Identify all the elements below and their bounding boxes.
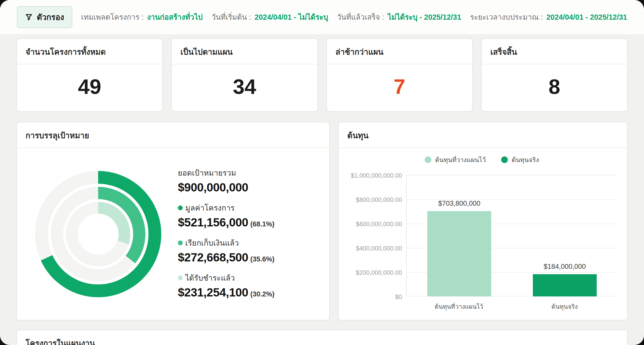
stat-card-value: 34 [172,64,317,111]
dashboard-page: ตัวกรอง เทมเพลตโครงการ : งานก่อสร้างทั่ว… [0,0,644,345]
goal-legend: ยอดเป้าหมายรวม $900,000,000 มูลค่าโครงกา… [178,167,274,299]
filter-label: เทมเพลตโครงการ : [81,11,144,23]
y-axis-labels: $1,000,000,000.00 $800,000,000.00 $600,0… [346,175,402,296]
goal-legend-percent: (30.2%) [250,290,274,298]
goal-card-title: การบรรลุเป้าหมาย [17,122,329,148]
filter-label: ระยะเวลางบประมาณ : [470,11,543,23]
cost-card-content: ต้นทุนที่วางแผนไว้ ต้นทุนจริง $1,000,000… [339,148,627,320]
filter-value: งานก่อสร้างทั่วไป [147,11,203,23]
x-axis-labels: ต้นทุนที่วางแผนไว้ ต้นทุนจริง [406,302,617,312]
goal-card-content: ยอดเป้าหมายรวม $900,000,000 มูลค่าโครงกา… [17,148,329,320]
plot-area: $703,800,000 $184,000,000 [406,175,617,296]
cost-card: ต้นทุน ต้นทุนที่วางแผนไว้ ต้นทุนจริง [338,122,628,320]
x-tick-actual: ต้นทุนจริง [512,302,618,312]
goal-legend-label: ได้รับชำระแล้ว [185,272,235,284]
x-tick-planned: ต้นทุนที่วางแผนไว้ [406,302,512,312]
funnel-icon [25,13,33,21]
goal-legend-label: เรียกเก็บเงินแล้ว [185,237,239,249]
y-tick: $0 [395,293,402,301]
bar-actual-cost[interactable] [533,274,597,296]
filter-value: 2024/04/01 - 2025/12/31 [546,13,627,21]
filter-value: 2024/04/01 - ไม่ได้ระบุ [255,11,328,23]
stat-card-value: 8 [482,64,627,111]
cost-legend-label: ต้นทุนจริง [512,155,539,165]
goal-legend-item-paid: ได้รับชำระแล้ว $231,254,100(30.2%) [178,272,274,299]
stat-card-value: 49 [17,64,162,111]
cost-card-title: ต้นทุน [339,122,627,148]
cost-bar-chart: $1,000,000,000.00 $800,000,000.00 $600,0… [346,175,617,312]
filter-button[interactable]: ตัวกรอง [17,6,72,28]
goal-legend-value: $231,254,100 [178,286,248,299]
filter-button-label: ตัวกรอง [37,11,64,24]
legend-dot-icon [178,275,183,280]
goal-legend-item-invoiced: เรียกเก็บเงินแล้ว $272,668,500(35.6%) [178,237,274,264]
filter-item-start-date: วันที่เริ่มต้น : 2024/04/01 - ไม่ได้ระบุ [212,11,328,23]
bar-value-label: $184,000,000 [512,263,618,271]
cost-legend-item-planned[interactable]: ต้นทุนที่วางแผนไว้ [425,155,486,165]
legend-dot-icon [425,156,431,163]
goal-achievement-card: การบรรลุเป้าหมาย [16,122,330,320]
goal-donut-chart [34,170,162,298]
goal-total-block: ยอดเป้าหมายรวม $900,000,000 [178,167,274,194]
charts-row: การบรรลุเป้าหมาย [16,122,628,320]
goal-legend-percent: (35.6%) [250,255,274,263]
dashboard-content: จำนวนโครงการทั้งหมด 49 เป็นไปตามแผน 34 ล… [0,34,644,345]
y-tick: $600,000,000.00 [356,221,402,228]
y-tick: $800,000,000.00 [356,196,402,203]
y-tick: $400,000,000.00 [356,245,402,252]
legend-dot-icon [178,205,183,210]
goal-legend-percent: (68.1%) [250,220,274,228]
projects-in-plan-card: โครงการในแผนงาน 101 [16,330,628,345]
goal-legend-item-project-value: มูลค่าโครงการ $521,156,000(68.1%) [178,202,274,229]
cost-legend-item-actual[interactable]: ต้นทุนจริง [501,155,539,165]
y-tick: $200,000,000.00 [356,269,402,276]
cost-legend: ต้นทุนที่วางแผนไว้ ต้นทุนจริง [346,155,617,165]
stat-card-row: จำนวนโครงการทั้งหมด 49 เป็นไปตามแผน 34 ล… [16,38,628,112]
filter-label: วันที่แล้วเสร็จ : [337,11,384,23]
stat-card-title: เป็นไปตามแผน [172,39,317,64]
stat-card-total-projects: จำนวนโครงการทั้งหมด 49 [16,38,163,112]
stat-card-completed: เสร็จสิ้น 8 [481,38,628,112]
y-tick: $1,000,000,000.00 [351,172,402,179]
bar-planned-cost[interactable] [427,211,491,296]
filter-item-template: เทมเพลตโครงการ : งานก่อสร้างทั่วไป [81,11,203,23]
stat-card-on-plan: เป็นไปตามแผน 34 [171,38,318,112]
goal-legend-value: $272,668,500 [178,251,248,264]
cost-legend-label: ต้นทุนที่วางแผนไว้ [435,155,486,165]
legend-dot-icon [501,156,508,163]
stat-card-title: จำนวนโครงการทั้งหมด [17,39,162,64]
stat-card-delayed: ล่าช้ากว่าแผน 7 [326,38,473,112]
legend-dot-icon [178,240,183,245]
filter-item-finish-date: วันที่แล้วเสร็จ : ไม่ได้ระบุ - 2025/12/3… [337,11,461,23]
goal-total-value: $900,000,000 [178,180,274,194]
goal-legend-value: $521,156,000 [178,216,248,229]
stat-card-title: เสร็จสิ้น [482,39,627,64]
filter-bar: ตัวกรอง เทมเพลตโครงการ : งานก่อสร้างทั่ว… [0,0,644,34]
stat-card-title: ล่าช้ากว่าแผน [327,39,472,64]
filter-label: วันที่เริ่มต้น : [212,11,251,23]
filter-item-budget-period: ระยะเวลางบประมาณ : 2024/04/01 - 2025/12/… [470,11,627,23]
bar-value-label: $703,800,000 [407,200,512,208]
filter-value: ไม่ได้ระบุ - 2025/12/31 [388,11,461,23]
stat-card-value: 7 [327,64,472,111]
projects-in-plan-title: โครงการในแผนงาน [17,330,627,345]
goal-legend-label: มูลค่าโครงการ [185,202,235,214]
goal-total-label: ยอดเป้าหมายรวม [178,167,274,179]
